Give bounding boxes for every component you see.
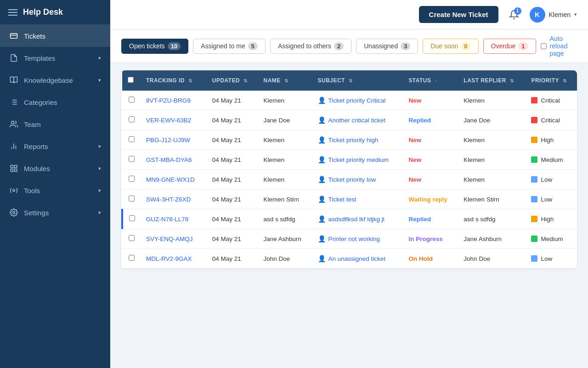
assigned-to-others-filter[interactable]: Assigned to others 2 (270, 39, 351, 54)
row-checkbox[interactable] (129, 235, 135, 241)
svg-point-16 (13, 212, 15, 214)
subject-link[interactable]: Ticket test (328, 196, 356, 203)
status-badge: New (408, 176, 421, 183)
subject-cell: 👤 asdsdflksd lkf ldjkg jl (312, 209, 403, 229)
sidebar-item-settings-label: Settings (24, 209, 93, 217)
open-tickets-filter[interactable]: Open tickets 10 (121, 39, 188, 54)
unassigned-filter[interactable]: Unassigned 3 (356, 39, 418, 54)
sidebar-item-tickets[interactable]: Tickets (0, 25, 110, 47)
col-updated[interactable]: UPDATED ⇅ (207, 70, 258, 91)
row-checkbox-cell[interactable] (122, 170, 141, 190)
row-checkbox-cell[interactable] (122, 130, 141, 150)
team-icon (9, 120, 18, 129)
create-new-ticket-button[interactable]: Create New Ticket (419, 6, 498, 23)
row-checkbox[interactable] (129, 136, 135, 142)
subject-link[interactable]: Ticket priority Critical (328, 97, 386, 104)
subject-link[interactable]: Ticket priority high (328, 137, 379, 144)
priority-label: High (541, 216, 554, 223)
sidebar-item-reports[interactable]: Reports ▾ (0, 135, 110, 157)
overdue-count: 1 (518, 42, 528, 50)
tracking-id-link[interactable]: GUZ-N78-LL78 (146, 216, 188, 223)
row-checkbox-cell[interactable] (122, 249, 141, 269)
tickets-table: TRACKING ID ⇅ UPDATED ⇅ NAME ⇅ SUBJECT ⇅ (121, 70, 577, 269)
sidebar-item-categories[interactable]: Categories (0, 91, 110, 113)
row-checkbox-cell[interactable] (122, 229, 141, 249)
row-checkbox-cell[interactable] (122, 91, 141, 110)
row-checkbox-cell[interactable] (122, 209, 141, 229)
sidebar-item-tools[interactable]: Tools ▾ (0, 179, 110, 201)
subject-link[interactable]: Ticket priority low (328, 176, 376, 183)
subject-link[interactable]: Printer not working (328, 236, 380, 242)
auto-reload-label[interactable]: Auto reload page (541, 35, 577, 57)
table-row: SVY-ENQ-AMQJ 04 May 21 Jane Ashburn 👤 Pr… (122, 229, 577, 249)
status-badge: New (408, 137, 421, 144)
hamburger-icon[interactable] (8, 9, 17, 16)
due-soon-filter[interactable]: Due soon 0 (423, 39, 478, 54)
sidebar-item-tools-label: Tools (24, 187, 93, 195)
sort-arrows-icon: ⇅ (563, 78, 566, 83)
assigned-to-others-label: Assigned to others (278, 42, 331, 50)
col-status[interactable]: STATUS ↑ (403, 70, 458, 91)
sidebar-item-knowledgebase-label: Knowledgebase (24, 76, 93, 84)
status-badge: New (408, 156, 421, 163)
ticket-icon (9, 31, 18, 40)
updated-cell: 04 May 21 (207, 150, 258, 170)
priority-cell: Low (526, 249, 577, 269)
subject-link[interactable]: An unassigned ticket (328, 255, 386, 262)
select-all-header[interactable] (122, 70, 141, 91)
row-checkbox[interactable] (129, 176, 135, 182)
user-menu[interactable]: K Klemen ▾ (530, 7, 577, 23)
book-icon (9, 75, 18, 85)
sidebar-item-team[interactable]: Team (0, 113, 110, 135)
col-name[interactable]: NAME ⇅ (258, 70, 312, 91)
subject-link[interactable]: Another critical ticket (328, 117, 386, 124)
col-last-replier[interactable]: LAST REPLIER ⇅ (458, 70, 526, 91)
subject-user-icon: 👤 (318, 136, 326, 144)
template-icon (9, 53, 18, 63)
overdue-filter[interactable]: Overdue 1 (483, 39, 536, 54)
auto-reload-checkbox[interactable] (541, 43, 547, 50)
col-priority-label: PRIORITY (531, 77, 559, 84)
select-all-checkbox[interactable] (128, 77, 134, 83)
user-name: Klemen (549, 11, 571, 18)
tracking-id-link[interactable]: GST-MBA-DYA6 (146, 156, 192, 163)
sidebar-item-knowledgebase[interactable]: Knowledgebase ▾ (0, 69, 110, 91)
subject-cell: 👤 Ticket priority medium (312, 150, 403, 170)
row-checkbox-cell[interactable] (122, 190, 141, 209)
main-content: Create New Ticket 1 K Klemen ▾ Open tick… (110, 0, 588, 368)
row-checkbox[interactable] (129, 156, 135, 162)
priority-dot (531, 236, 537, 242)
status-badge: In Progress (408, 236, 442, 242)
tracking-id-link[interactable]: PBG-J12-UJ9W (146, 137, 190, 144)
tracking-id-link[interactable]: VER-EWV-63B2 (146, 117, 191, 124)
status-cell: New (403, 150, 458, 170)
col-subject[interactable]: SUBJECT ⇅ (312, 70, 403, 91)
subject-link[interactable]: asdsdflksd lkf ldjkg jl (328, 216, 384, 223)
name-cell: asd s sdfdg (258, 209, 312, 229)
notification-icon[interactable]: 1 (506, 6, 522, 23)
tracking-id-link[interactable]: MDL-RV2-9GAX (146, 255, 192, 262)
tracking-id-cell: 8VT-PZU-BRG9 (141, 91, 207, 110)
subject-link[interactable]: Ticket priority medium (328, 156, 389, 163)
row-checkbox-cell[interactable] (122, 150, 141, 170)
tracking-id-link[interactable]: SW4-3HT-Z6XD (146, 196, 191, 203)
col-priority[interactable]: PRIORITY ⇅ (526, 70, 577, 91)
row-checkbox[interactable] (129, 116, 135, 122)
tracking-id-link[interactable]: 8VT-PZU-BRG9 (146, 97, 191, 104)
sidebar-item-modules[interactable]: Modules ▾ (0, 157, 110, 179)
row-checkbox[interactable] (129, 196, 135, 201)
row-checkbox[interactable] (129, 97, 135, 103)
sidebar-item-settings[interactable]: Settings ▾ (0, 201, 110, 224)
row-checkbox[interactable] (129, 255, 135, 261)
col-updated-label: UPDATED (212, 77, 240, 84)
col-tracking-id[interactable]: TRACKING ID ⇅ (141, 70, 207, 91)
row-checkbox[interactable] (129, 215, 135, 221)
status-cell: Replied (403, 110, 458, 130)
row-checkbox-cell[interactable] (122, 110, 141, 130)
assigned-to-me-filter[interactable]: Assigned to me 5 (193, 39, 266, 54)
sidebar-item-templates[interactable]: Templates ▾ (0, 47, 110, 69)
sort-arrows-icon: ⇅ (510, 78, 514, 83)
tracking-id-link[interactable]: MN9-GNE-WX1D (146, 176, 195, 183)
tracking-id-link[interactable]: SVY-ENQ-AMQJ (146, 236, 193, 242)
table-row: PBG-J12-UJ9W 04 May 21 Klemen 👤 Ticket p… (122, 130, 577, 150)
